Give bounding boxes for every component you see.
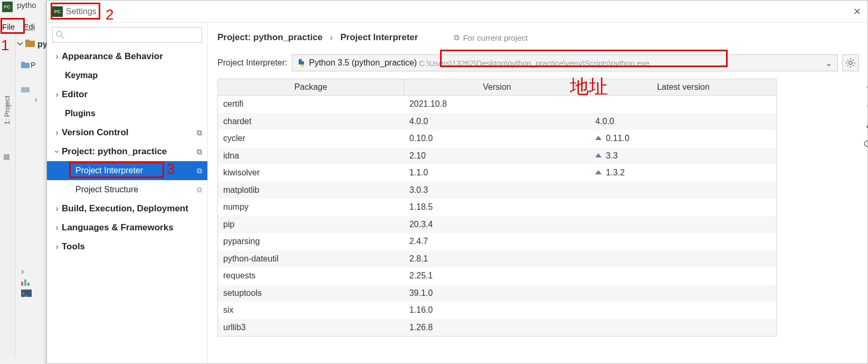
pkg-version: 4.0.0 <box>404 117 590 126</box>
table-row[interactable]: setuptools39.1.0 <box>218 285 776 302</box>
app-title: PC pytho <box>2 2 46 14</box>
pkg-version: 3.0.3 <box>404 185 590 195</box>
table-row[interactable]: idna2.103.3 <box>218 147 776 165</box>
chevron-right-icon[interactable]: › <box>21 267 33 276</box>
add-package-button[interactable]: ＋ <box>862 79 868 94</box>
chevron-down-icon <box>17 41 23 47</box>
table-row[interactable]: urllib31.26.8 <box>218 319 776 337</box>
table-row[interactable]: numpy1.18.5 <box>218 199 776 216</box>
pkg-version: 1.18.5 <box>404 202 590 212</box>
table-row[interactable]: kiwisolver1.1.01.3.2 <box>218 164 776 182</box>
sidebar-item-keymap[interactable]: Keymap <box>47 66 207 85</box>
table-row[interactable]: six1.16.0 <box>218 302 776 319</box>
breadcrumb-b: Project Interpreter <box>340 32 418 43</box>
terminal-icon[interactable]: ›_ <box>21 290 33 298</box>
svg-line-20 <box>853 65 854 66</box>
sidebar-item-tools[interactable]: ›Tools <box>47 237 207 256</box>
settings-title: Settings <box>66 7 97 16</box>
pkg-name: setuptools <box>218 288 404 298</box>
upgrade-arrow-icon <box>595 153 602 158</box>
sidebar-item-vcs[interactable]: ›Version Control⧉ <box>47 123 207 142</box>
table-header: Package Version Latest version <box>218 79 776 96</box>
pkg-latest: 0.11.0 <box>590 134 776 143</box>
sidebar-item-project-structure[interactable]: Project Structure⧉ <box>47 180 207 199</box>
pkg-name: requests <box>218 271 404 281</box>
pkg-version: 1.16.0 <box>404 305 590 315</box>
sidebar-item-project[interactable]: ›Project: python_practice⧉ <box>47 142 207 161</box>
sidebar-item-editor[interactable]: ›Editor <box>47 85 207 104</box>
pkg-name: chardet <box>218 117 404 126</box>
pkg-name: kiwisolver <box>218 168 404 178</box>
interpreter-value: Python 3.5 (python_practice) <box>309 58 417 68</box>
chevron-right-icon: › <box>330 32 333 43</box>
copy-icon: ⧉ <box>197 147 202 156</box>
chevron-right-icon[interactable]: › <box>35 95 37 104</box>
svg-rect-3 <box>25 40 30 42</box>
project-tool-label[interactable]: 1: Project <box>3 96 11 125</box>
folder-tab-icon: ▦ <box>3 152 10 161</box>
svg-text:PC: PC <box>4 4 11 10</box>
remove-package-button[interactable]: － <box>862 98 868 113</box>
show-early-releases-button[interactable] <box>862 136 868 151</box>
settings-dialog: PC Settings ✕ ›Appearance & Behavior Key… <box>46 0 868 364</box>
sidebar-item-languages[interactable]: ›Languages & Frameworks <box>47 218 207 237</box>
pkg-version: 2.8.1 <box>404 254 590 264</box>
table-row[interactable]: cycler0.10.00.11.0 <box>218 130 776 147</box>
close-icon[interactable]: ✕ <box>853 6 861 17</box>
svg-rect-8 <box>24 279 26 286</box>
sidebar-item-project-interpreter[interactable]: Project Interpreter⧉ <box>47 161 207 180</box>
project-root-label[interactable]: pyt <box>17 40 50 49</box>
table-row[interactable]: matplotlib3.0.3 <box>218 182 776 199</box>
chevron-down-icon: ⌄ <box>825 58 832 68</box>
upgrade-package-button[interactable]: ▲ <box>862 117 868 132</box>
pkg-version: 2.25.1 <box>404 271 590 281</box>
packages-table: Package Version Latest version certifi20… <box>217 79 777 337</box>
col-package[interactable]: Package <box>218 79 404 95</box>
menu-edit[interactable]: Edi <box>23 22 35 31</box>
table-row[interactable]: pip20.3.4 <box>218 216 776 234</box>
interpreter-gear-button[interactable] <box>842 54 859 71</box>
project-tool-window-stripe[interactable]: 1: Project ▦ <box>0 30 16 357</box>
breadcrumb-a[interactable]: Project: python_practice <box>217 32 322 43</box>
pkg-version: 39.1.0 <box>404 288 590 298</box>
for-current-project-badge: ⧉ For current project <box>454 33 528 42</box>
table-row[interactable]: P <box>21 59 50 71</box>
pkg-version: 20.3.4 <box>404 220 590 229</box>
svg-rect-9 <box>27 283 30 286</box>
table-row[interactable]: certifi2021.10.8 <box>218 96 776 113</box>
upgrade-arrow-icon <box>595 136 602 141</box>
col-version[interactable]: Version <box>404 79 590 95</box>
copy-icon: ⧉ <box>197 166 202 175</box>
settings-sidebar: ›Appearance & Behavior Keymap ›Editor Pl… <box>47 23 208 363</box>
package-actions: ＋ － ▲ <box>861 79 868 151</box>
sidebar-item-appearance[interactable]: ›Appearance & Behavior <box>47 47 207 66</box>
table-row[interactable]: chardet4.0.04.0.0 <box>218 113 776 130</box>
pkg-version: 2.10 <box>404 151 590 161</box>
table-row[interactable]: requests2.25.1 <box>218 267 776 285</box>
pkg-latest: 4.0.0 <box>590 117 776 126</box>
sidebar-item-build[interactable]: ›Build, Execution, Deployment <box>47 199 207 218</box>
pkg-name: numpy <box>218 202 404 212</box>
search-input[interactable] <box>52 27 202 43</box>
interpreter-path: C:\Users\13262\Desktop\python_practice\v… <box>419 59 650 68</box>
pycharm-icon: PC <box>52 6 63 17</box>
interpreter-label: Project Interpreter: <box>217 58 288 68</box>
pkg-version: 2021.10.8 <box>404 99 590 109</box>
sidebar-item-plugins[interactable]: Plugins <box>47 104 207 123</box>
table-row[interactable] <box>21 83 50 95</box>
gear-icon <box>846 58 855 68</box>
table-row[interactable]: python-dateutil2.8.1 <box>218 250 776 268</box>
interpreter-select[interactable]: Python 3.5 (python_practice) C:\Users\13… <box>292 54 838 71</box>
project-tree[interactable]: P › <box>21 59 50 95</box>
settings-tree: ›Appearance & Behavior Keymap ›Editor Pl… <box>47 47 207 363</box>
pkg-name: cycler <box>218 134 404 143</box>
stats-icon[interactable] <box>21 278 33 287</box>
col-latest[interactable]: Latest version <box>590 79 776 95</box>
pkg-version: 1.1.0 <box>404 168 590 178</box>
pkg-name: matplotlib <box>218 185 404 195</box>
copy-icon: ⧉ <box>197 185 202 194</box>
pkg-name: urllib3 <box>218 323 404 332</box>
table-row[interactable]: pyparsing2.4.7 <box>218 233 776 250</box>
folder-icon <box>21 62 30 68</box>
search-icon <box>56 31 64 39</box>
